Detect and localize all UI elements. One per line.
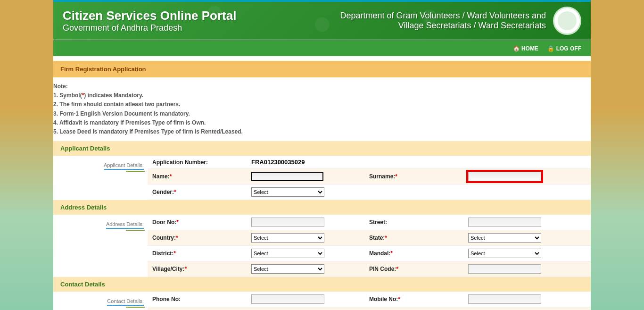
door-input[interactable] <box>251 218 324 227</box>
address-section-header: Address Details <box>53 200 591 215</box>
name-input[interactable] <box>251 172 323 181</box>
pin-input[interactable] <box>468 264 541 274</box>
nav-home-link[interactable]: 🏠 HOME <box>513 45 538 52</box>
header-banner: Citizen Services Online Portal Governmen… <box>53 0 591 40</box>
applicant-section-header: Applicant Details <box>53 141 591 156</box>
app-number-label: Application Number: <box>148 156 247 168</box>
surname-input[interactable] <box>468 172 541 181</box>
country-select[interactable]: Select <box>251 233 324 243</box>
address-sidebar-label: Address Details: <box>106 221 144 229</box>
state-select[interactable]: Select <box>468 233 541 243</box>
page-title: Firm Registration Application <box>53 61 591 77</box>
portal-subtitle: Government of Andhra Pradesh <box>63 23 236 33</box>
home-icon: 🏠 <box>513 45 520 52</box>
applicant-sidebar-label: Applicant Details: <box>104 162 144 170</box>
contact-sidebar-label: Contact Details: <box>107 298 144 306</box>
govt-logo <box>553 7 581 35</box>
street-input[interactable] <box>468 218 541 227</box>
village-select[interactable]: Select <box>251 264 324 274</box>
nav-logoff-link[interactable]: 🔒 LOG OFF <box>547 45 581 52</box>
portal-title: Citizen Services Online Portal <box>63 8 236 23</box>
mandal-select[interactable]: Select <box>468 249 541 258</box>
mobile-input[interactable] <box>468 294 541 304</box>
nav-bar: 🏠 HOME 🔒 LOG OFF <box>53 40 591 56</box>
contact-section-header: Contact Details <box>53 277 591 292</box>
gender-select[interactable]: Select <box>251 187 324 197</box>
district-select[interactable]: Select <box>251 249 324 258</box>
note-heading: Note: <box>53 82 591 91</box>
department-title: Department of Gram Volunteers / Ward Vol… <box>340 11 546 31</box>
app-number-value: FRA012300035029 <box>251 159 305 166</box>
lock-icon: 🔒 <box>547 45 554 52</box>
notes-panel: Note: 1. Symbol(*) indicates Mandatory. … <box>53 77 591 141</box>
phone-input[interactable] <box>251 294 324 304</box>
